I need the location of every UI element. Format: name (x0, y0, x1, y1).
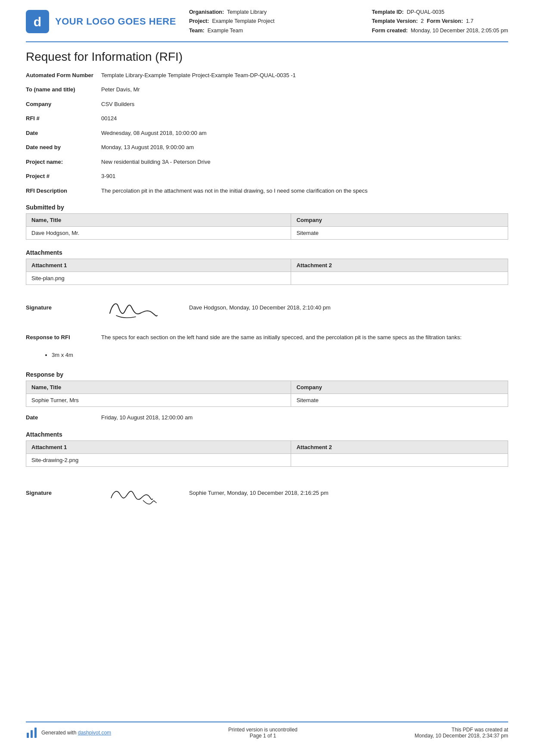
signature2-svg (101, 477, 170, 507)
project-line: Project: Example Template Project (189, 17, 372, 26)
signature1-svg (101, 292, 170, 322)
field-value-rfi-num: 00124 (101, 114, 508, 123)
project-value: Example Template Project (212, 18, 274, 24)
footer-link[interactable]: dashpivot.com (78, 730, 111, 736)
footer-generated-text: Generated with dashpivot.com (41, 730, 111, 736)
field-label-auto-form-number: Automated Form Number (26, 71, 101, 80)
field-value-date: Wednesday, 08 August 2018, 10:00:00 am (101, 129, 508, 137)
field-date-need-by: Date need by Monday, 13 August 2018, 9:0… (26, 140, 508, 155)
response-bullet-list: 3m x 4m (52, 350, 508, 361)
attachments1-heading: Attachments (26, 249, 508, 256)
table-header-row: Name, Title Company (26, 381, 508, 394)
submitted-by-name: Dave Hodgson, Mr. (26, 227, 291, 240)
table-header-row: Attachment 1 Attachment 2 (26, 259, 508, 272)
logo-icon: d (26, 10, 49, 33)
svg-rect-4 (34, 728, 37, 738)
attachments1-table: Attachment 1 Attachment 2 Site-plan.png (26, 259, 508, 285)
field-date: Date Wednesday, 08 August 2018, 10:00:00… (26, 126, 508, 141)
footer: Generated with dashpivot.com Printed ver… (26, 722, 508, 739)
page: d YOUR LOGO GOES HERE Organisation: Temp… (0, 0, 534, 756)
signature2-row: Signature Sophie Turner, Monday, 10 Dece… (26, 474, 508, 512)
field-value-response-date: Friday, 10 August 2018, 12:00:00 am (101, 413, 508, 422)
field-value-date-need-by: Monday, 13 August 2018, 9:00:00 am (101, 143, 508, 152)
submitted-by-col2: Company (291, 214, 508, 227)
template-version-line: Template Version: 2 Form Version: 1.7 (372, 17, 508, 26)
att1-col2: Attachment 2 (291, 259, 508, 272)
field-value-project-num: 3-901 (101, 172, 508, 181)
template-id-line: Template ID: DP-QUAL-0035 (372, 8, 508, 17)
team-line: Team: Example Team (189, 26, 372, 35)
template-id-label: Template ID: (372, 9, 404, 15)
form-created-label: Form created: (372, 28, 407, 34)
table-row: Site-drawing-2.png (26, 453, 508, 466)
table-row: Sophie Turner, Mrs Sitemate (26, 394, 508, 407)
response-by-table: Name, Title Company Sophie Turner, Mrs S… (26, 381, 508, 407)
team-label: Team: (189, 28, 205, 34)
field-value-project-name: New residential building 3A - Peterson D… (101, 158, 508, 166)
template-version-label: Template Version: (372, 18, 418, 24)
att2-col1: Attachment 1 (26, 440, 291, 453)
table-header-row: Attachment 1 Attachment 2 (26, 440, 508, 453)
field-value-rfi-desc: The percolation pit in the attachment wa… (101, 187, 508, 195)
field-label-date: Date (26, 129, 101, 137)
footer-right: This PDF was created at Monday, 10 Decem… (415, 727, 508, 739)
svg-rect-3 (31, 730, 33, 738)
att1-value1: Site-plan.png (26, 272, 291, 285)
svg-rect-2 (27, 733, 29, 738)
header-meta-right: Template ID: DP-QUAL-0035 Template Versi… (372, 8, 508, 35)
field-label-company: Company (26, 100, 101, 109)
doc-title: Request for Information (RFI) (26, 50, 508, 64)
field-label-project-name: Project name: (26, 158, 101, 166)
signature2-text: Sophie Turner, Monday, 10 December 2018,… (189, 490, 329, 496)
header-meta-center: Organisation: Template Library Project: … (189, 8, 372, 35)
field-response-date: Date Friday, 10 August 2018, 12:00:00 am (26, 410, 508, 425)
submitted-by-heading: Submitted by (26, 204, 508, 211)
signature1-image (101, 292, 179, 323)
field-label-response-to-rfi: Response to RFI (26, 333, 101, 342)
field-response-to-rfi: Response to RFI The specs for each secti… (26, 330, 508, 345)
field-rfi-desc: RFI Description The percolation pit in t… (26, 184, 508, 198)
field-label-date-need-by: Date need by (26, 143, 101, 152)
attachments2-heading: Attachments (26, 431, 508, 438)
form-version-value: 1.7 (466, 18, 473, 24)
field-value-response-to-rfi: The specs for each section on the left h… (101, 333, 508, 342)
att2-value2 (291, 453, 508, 466)
table-row: Dave Hodgson, Mr. Sitemate (26, 227, 508, 240)
submitted-by-table: Name, Title Company Dave Hodgson, Mr. Si… (26, 213, 508, 240)
svg-text:d: d (34, 15, 41, 29)
signature1-label: Signature (26, 304, 101, 311)
field-to: To (name and title) Peter Davis, Mr (26, 82, 508, 97)
signature1-text: Dave Hodgson, Monday, 10 December 2018, … (189, 304, 331, 311)
signature1-row: Signature Dave Hodgson, Monday, 10 Decem… (26, 288, 508, 327)
response-by-col1: Name, Title (26, 381, 291, 394)
footer-generated-prefix: Generated with (41, 730, 78, 736)
field-auto-form-number: Automated Form Number Template Library-E… (26, 68, 508, 83)
submitted-by-col1: Name, Title (26, 214, 291, 227)
list-item: 3m x 4m (52, 350, 508, 361)
att2-value1: Site-drawing-2.png (26, 453, 291, 466)
field-project-name: Project name: New residential building 3… (26, 155, 508, 169)
org-value: Template Library (227, 9, 267, 15)
response-by-col2: Company (291, 381, 508, 394)
field-value-auto-form-number: Template Library-Example Template Projec… (101, 71, 508, 80)
template-version-value: 2 (421, 18, 424, 24)
org-line: Organisation: Template Library (189, 8, 372, 17)
template-id-value: DP-QUAL-0035 (407, 9, 444, 15)
response-by-heading: Response by (26, 371, 508, 378)
table-row: Site-plan.png (26, 272, 508, 285)
project-label: Project: (189, 18, 209, 24)
form-created-line: Form created: Monday, 10 December 2018, … (372, 26, 508, 35)
org-label: Organisation: (189, 9, 224, 15)
logo-area: d YOUR LOGO GOES HERE (26, 10, 176, 33)
header: d YOUR LOGO GOES HERE Organisation: Temp… (26, 0, 508, 42)
field-label-rfi-num: RFI # (26, 114, 101, 123)
field-value-to: Peter Davis, Mr (101, 85, 508, 94)
response-by-company: Sitemate (291, 394, 508, 407)
footer-logo-icon (26, 727, 38, 739)
field-rfi-num: RFI # 00124 (26, 111, 508, 126)
team-value: Example Team (208, 28, 243, 34)
field-label-response-date: Date (26, 413, 101, 422)
table-header-row: Name, Title Company (26, 214, 508, 227)
att1-value2 (291, 272, 508, 285)
field-label-to: To (name and title) (26, 85, 101, 94)
